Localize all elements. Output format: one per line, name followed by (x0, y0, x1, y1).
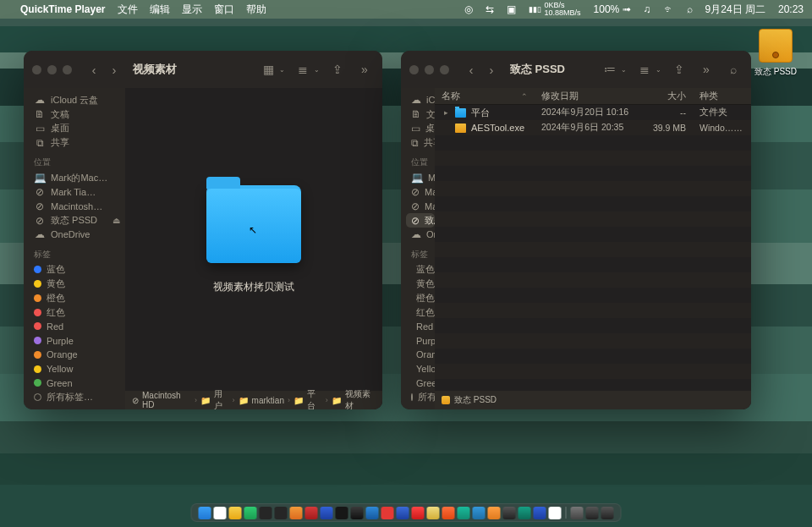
col-header-kind[interactable]: 种类 (693, 91, 751, 102)
sidebar-item[interactable]: 黄色 (29, 277, 125, 291)
nav-back-button[interactable]: ‹ (463, 61, 480, 78)
sidebar-item[interactable]: ☁︎OneDrive (29, 228, 125, 242)
nav-back-button[interactable]: ‹ (85, 61, 102, 78)
dock[interactable] (191, 503, 622, 522)
sidebar-item[interactable]: 💻Mark的Mac… (406, 171, 435, 185)
col-header-date[interactable]: 修改日期 (535, 91, 643, 102)
col-header-name[interactable]: 名称⌃ (435, 91, 535, 102)
status-record-icon[interactable]: ◎ (464, 3, 473, 15)
file-list[interactable]: ▸平台2024年9月20日 10:16--文件夹AESTool.exe2024年… (435, 105, 751, 391)
sidebar-item[interactable]: ☁︎iCloud 云盘 (406, 93, 435, 107)
sidebar-item[interactable]: Orange (406, 348, 435, 362)
menu-view[interactable]: 显示 (182, 3, 202, 17)
desktop-drive[interactable]: 致态 PSSD (753, 29, 798, 78)
more-button[interactable]: » (355, 63, 374, 76)
dock-app[interactable] (199, 507, 211, 519)
path-bar[interactable]: 致态 PSSD (435, 391, 751, 409)
traffic-minimize[interactable] (47, 65, 57, 74)
table-row[interactable]: AESTool.exe2024年9月6日 20:3539.9 MBWindo…A… (435, 120, 751, 135)
dock-app[interactable] (244, 507, 257, 519)
sidebar-item[interactable]: 红色 (29, 305, 125, 320)
dock-app[interactable] (412, 507, 425, 519)
menu-window[interactable]: 窗口 (214, 3, 234, 17)
sidebar-item[interactable]: 蓝色 (406, 263, 435, 277)
sidebar-item[interactable]: Green (406, 376, 435, 390)
sidebar-item[interactable]: ⧉共享 (406, 135, 435, 150)
sidebar-item[interactable]: 🗎文稿 (406, 107, 435, 122)
dock-app[interactable] (473, 507, 486, 519)
share-button[interactable]: ⇪ (670, 63, 689, 76)
app-name[interactable]: QuickTime Player (20, 3, 106, 15)
sidebar-item[interactable]: 🗎文稿 (29, 107, 125, 122)
status-lang-icon[interactable]: ⇆ (486, 3, 494, 15)
sidebar-item[interactable]: 所有标签… (29, 390, 125, 404)
sidebar-item[interactable]: ⊘Mark Tia… (406, 185, 435, 200)
dock-app[interactable] (381, 507, 394, 519)
sidebar-item[interactable]: ⊘Mark Tia… (29, 185, 125, 200)
sidebar-item[interactable]: 红色 (406, 305, 435, 320)
traffic-zoom[interactable] (63, 65, 72, 74)
sidebar-item[interactable]: ⊘Macintosh… (406, 199, 435, 213)
dock-app[interactable] (366, 507, 379, 519)
nav-forward-button[interactable]: › (483, 61, 500, 78)
sidebar-item[interactable]: Purple (29, 333, 125, 348)
dock-app[interactable] (351, 507, 364, 519)
sidebar-item[interactable]: ⊘致态 PSSD⏏ (29, 213, 125, 228)
status-date[interactable]: 9月24日 周二 (705, 3, 765, 17)
status-time[interactable]: 20:23 (778, 3, 804, 15)
sidebar-item[interactable]: ☁︎OneDrive (406, 228, 435, 242)
dock-app[interactable] (397, 507, 409, 519)
col-header-size[interactable]: 大小 (643, 91, 693, 102)
view-mode-button[interactable]: ▦⌄ (259, 63, 285, 76)
traffic-close[interactable] (409, 65, 419, 74)
sidebar-item[interactable]: Red (29, 320, 125, 334)
dock-app[interactable] (229, 507, 242, 519)
sidebar-item[interactable]: Yellow (406, 362, 435, 376)
more-button[interactable]: » (697, 63, 716, 76)
sidebar-item[interactable]: Purple (406, 333, 435, 348)
path-segment[interactable]: 📁marktian (239, 396, 284, 405)
sidebar-item[interactable]: 橙色 (29, 291, 125, 305)
eject-icon[interactable]: ⏏ (112, 216, 120, 225)
sidebar-item[interactable]: Red (406, 320, 435, 334)
share-button[interactable]: ⇪ (328, 63, 347, 76)
sidebar-item[interactable]: Orange (29, 348, 125, 362)
path-segment[interactable]: 📁用户 (200, 388, 229, 409)
sidebar-item[interactable]: Green (29, 376, 125, 390)
sidebar-item[interactable]: ▭桌面 (406, 121, 435, 135)
dock-app[interactable] (321, 507, 333, 519)
sidebar-item[interactable]: ▭桌面 (29, 121, 125, 135)
path-segment[interactable]: ⊘Macintosh HD (132, 391, 191, 409)
traffic-zoom[interactable] (440, 65, 449, 74)
status-music-icon[interactable]: ♫ (644, 3, 651, 15)
sidebar-item[interactable]: 蓝色 (29, 263, 125, 277)
status-battery[interactable]: 100% ➟ (594, 3, 631, 15)
sidebar-item[interactable]: 💻Mark的Mac… (29, 171, 125, 185)
dock-app[interactable] (601, 507, 614, 519)
traffic-minimize[interactable] (425, 65, 434, 74)
dock-app[interactable] (336, 507, 348, 519)
status-wifi-icon[interactable]: ᯤ (664, 3, 674, 15)
dock-app[interactable] (260, 507, 272, 519)
path-bar[interactable]: ⊘Macintosh HD›📁用户›📁marktian›📁平台›📁视频素材 (125, 391, 382, 409)
dock-app[interactable] (518, 507, 531, 519)
sidebar-item[interactable]: 黄色 (406, 277, 435, 291)
dock-app[interactable] (290, 507, 303, 519)
view-mode-button[interactable]: ≔⌄ (601, 63, 627, 76)
status-network[interactable]: ▮▮▯ 0KB/s 10.88MB/s (529, 2, 581, 17)
icon-pane[interactable]: ↖ 视频素材拷贝测试 (125, 88, 382, 391)
nav-forward-button[interactable]: › (106, 61, 123, 78)
menu-help[interactable]: 帮助 (246, 3, 266, 17)
disclosure-icon[interactable]: ▸ (442, 108, 450, 117)
dock-app[interactable] (442, 507, 455, 519)
path-segment[interactable]: 📁视频素材 (332, 388, 376, 409)
sidebar-item[interactable]: ⧉共享 (29, 135, 125, 150)
status-stage-icon[interactable]: ▣ (507, 3, 516, 15)
table-row[interactable]: ▸平台2024年9月20日 10:16--文件夹 (435, 105, 751, 120)
menu-edit[interactable]: 编辑 (150, 3, 170, 17)
dock-app[interactable] (488, 507, 501, 519)
status-search-icon[interactable]: ⌕ (687, 3, 693, 15)
menu-file[interactable]: 文件 (118, 3, 138, 17)
sidebar-item[interactable]: 橙色 (406, 291, 435, 305)
dock-app[interactable] (571, 507, 584, 519)
